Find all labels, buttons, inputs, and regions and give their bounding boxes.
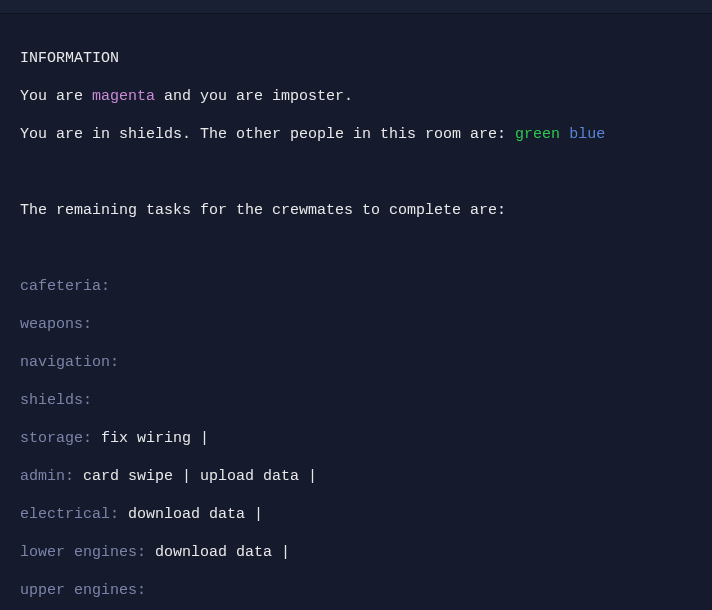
room-name: storage: (20, 430, 92, 447)
other-player-blue: blue (569, 126, 605, 143)
location-line: You are in shields. The other people in … (20, 125, 692, 144)
room-line: lower engines: download data | (20, 543, 692, 562)
blank-line (20, 163, 692, 182)
room-line: navigation: (20, 353, 692, 372)
room-name: cafeteria: (20, 278, 110, 295)
player-identity-line: You are magenta and you are imposter. (20, 87, 692, 106)
location-name: shields (119, 126, 182, 143)
blank-line (20, 239, 692, 258)
room-line: cafeteria: (20, 277, 692, 296)
you-are-suffix: and you are imposter. (155, 88, 353, 105)
terminal-output: INFORMATION You are magenta and you are … (0, 14, 712, 610)
room-name: upper engines: (20, 582, 146, 599)
room-name: lower engines: (20, 544, 146, 561)
room-name: weapons: (20, 316, 92, 333)
room-name: admin: (20, 468, 74, 485)
room-line: admin: card swipe | upload data | (20, 467, 692, 486)
room-tasks: download data | (146, 544, 290, 561)
room-line: shields: (20, 391, 692, 410)
location-prefix: You are in (20, 126, 119, 143)
player-color: magenta (92, 88, 155, 105)
room-tasks: card swipe | upload data | (74, 468, 317, 485)
room-tasks: download data | (119, 506, 263, 523)
other-player-green: green (515, 126, 560, 143)
room-line: storage: fix wiring | (20, 429, 692, 448)
tasks-intro: The remaining tasks for the crewmates to… (20, 201, 692, 220)
room-line: electrical: download data | (20, 505, 692, 524)
location-mid: . The other people in this room are: (182, 126, 515, 143)
room-tasks: fix wiring | (92, 430, 209, 447)
window-topbar (0, 0, 712, 14)
room-line: weapons: (20, 315, 692, 334)
room-line: upper engines: (20, 581, 692, 600)
info-heading: INFORMATION (20, 49, 692, 68)
room-name: electrical: (20, 506, 119, 523)
you-are-prefix: You are (20, 88, 92, 105)
room-name: navigation: (20, 354, 119, 371)
room-name: shields: (20, 392, 92, 409)
